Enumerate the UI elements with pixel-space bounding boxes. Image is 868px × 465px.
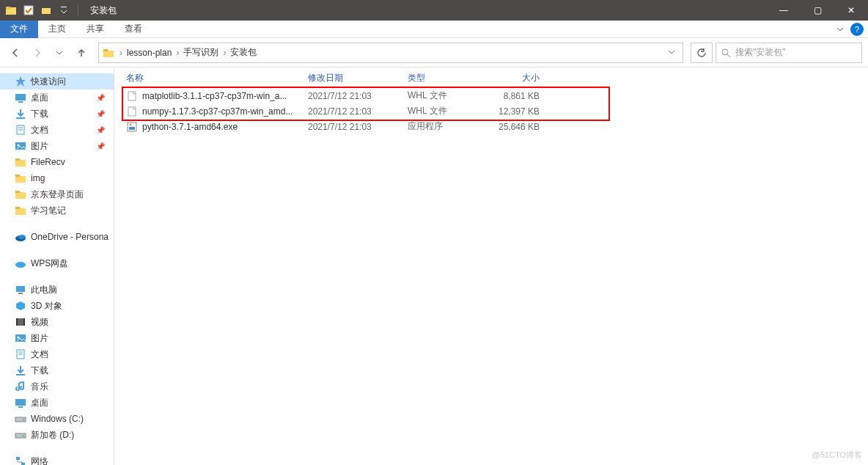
tab-home[interactable]: 主页 bbox=[38, 21, 76, 38]
back-button[interactable] bbox=[6, 43, 25, 62]
sidebar-item-label: WPS网盘 bbox=[31, 257, 68, 270]
file-size: 12,397 KB bbox=[488, 106, 554, 117]
column-headers[interactable]: 名称 修改日期 类型 大小 bbox=[114, 67, 868, 88]
file-list-pane: 名称 修改日期 类型 大小 matplotlib-3.1.1-cp37-cp37… bbox=[114, 67, 868, 465]
sidebar-item[interactable]: 文档📌 bbox=[0, 122, 114, 138]
svg-point-27 bbox=[18, 235, 26, 239]
tab-share[interactable]: 共享 bbox=[76, 21, 114, 38]
sidebar-item[interactable]: 桌面📌 bbox=[0, 89, 114, 106]
checkbox-icon[interactable] bbox=[21, 2, 37, 18]
sidebar-item-label: 图片 bbox=[31, 332, 48, 345]
download-icon bbox=[15, 108, 26, 120]
file-row[interactable]: matplotlib-3.1.1-cp37-cp37m-win_a...2021… bbox=[126, 88, 868, 103]
sidebar-item[interactable]: OneDrive - Persona bbox=[0, 229, 114, 245]
file-date: 2021/7/12 21:03 bbox=[308, 91, 408, 101]
svg-rect-46 bbox=[16, 457, 20, 460]
tab-file[interactable]: 文件 bbox=[0, 21, 38, 38]
3d-icon bbox=[15, 300, 26, 312]
chevron-right-icon[interactable]: › bbox=[174, 48, 180, 58]
sidebar-item[interactable]: 京东登录页面 bbox=[0, 186, 114, 202]
sidebar-item[interactable]: img bbox=[0, 170, 114, 186]
sidebar-item[interactable]: 此电脑 bbox=[0, 282, 114, 298]
sidebar-item[interactable]: 图片📌 bbox=[0, 138, 114, 154]
sidebar-item[interactable]: 新加卷 (D:) bbox=[0, 427, 114, 443]
onedrive-icon bbox=[15, 231, 26, 243]
address-dropdown-icon[interactable] bbox=[663, 48, 680, 58]
breadcrumb[interactable]: lesson-plan bbox=[124, 48, 174, 58]
up-button[interactable] bbox=[72, 43, 91, 62]
folder-icon bbox=[15, 172, 26, 184]
sidebar-item[interactable]: 学习笔记 bbox=[0, 202, 114, 219]
col-date[interactable]: 修改日期 bbox=[308, 72, 408, 84]
file-date: 2021/7/12 21:03 bbox=[308, 106, 408, 117]
recent-dropdown-icon[interactable] bbox=[50, 43, 69, 62]
maximize-button[interactable]: ▢ bbox=[801, 0, 834, 21]
col-type[interactable]: 类型 bbox=[408, 72, 488, 84]
svg-rect-48 bbox=[128, 92, 136, 100]
sidebar-item[interactable]: 下载📌 bbox=[0, 106, 114, 122]
sidebar-item-label: FileRecv bbox=[31, 157, 65, 167]
sidebar-item[interactable]: 音乐 bbox=[0, 378, 114, 395]
sidebar-item-label: 音乐 bbox=[31, 381, 48, 393]
pics-icon bbox=[15, 140, 26, 152]
svg-rect-33 bbox=[23, 318, 25, 326]
minimize-button[interactable]: — bbox=[767, 0, 801, 21]
help-icon[interactable]: ? bbox=[850, 23, 864, 36]
sidebar-item[interactable]: 文档 bbox=[0, 346, 114, 362]
sidebar-item[interactable]: WPS网盘 bbox=[0, 255, 114, 271]
sidebar-item[interactable]: 图片 bbox=[0, 330, 114, 346]
svg-rect-49 bbox=[128, 107, 136, 116]
chevron-right-icon[interactable]: › bbox=[118, 48, 124, 58]
svg-rect-22 bbox=[15, 192, 26, 199]
svg-rect-4 bbox=[61, 7, 67, 7]
chevron-right-icon[interactable]: › bbox=[221, 48, 227, 58]
sidebar-item-label: 下载 bbox=[31, 365, 48, 377]
download-icon bbox=[15, 365, 26, 376]
address-bar[interactable]: › lesson-plan › 手写识别 › 安装包 bbox=[98, 43, 683, 63]
pics-icon bbox=[15, 332, 26, 344]
file-size: 25,646 KB bbox=[488, 122, 554, 132]
svg-point-45 bbox=[23, 435, 24, 436]
file-row[interactable]: python-3.7.1-amd64.exe2021/7/12 21:03应用程… bbox=[126, 119, 868, 134]
sidebar-item[interactable]: 视频 bbox=[0, 314, 114, 330]
file-row[interactable]: numpy-1.17.3-cp37-cp37m-win_amd...2021/7… bbox=[126, 103, 868, 119]
file-type: WHL 文件 bbox=[408, 89, 488, 102]
sidebar-item[interactable]: 快速访问 bbox=[0, 73, 114, 89]
svg-rect-20 bbox=[15, 176, 26, 183]
svg-rect-2 bbox=[24, 6, 33, 15]
close-button[interactable]: ✕ bbox=[834, 0, 868, 21]
network-icon bbox=[15, 455, 26, 465]
watermark: @51CTO博客 bbox=[812, 450, 862, 461]
svg-rect-51 bbox=[129, 127, 135, 130]
col-name[interactable]: 名称 bbox=[126, 72, 308, 84]
svg-rect-29 bbox=[16, 286, 25, 292]
sidebar-item[interactable]: FileRecv bbox=[0, 154, 114, 170]
svg-point-7 bbox=[722, 49, 728, 55]
sidebar-item-label: 快速访问 bbox=[31, 76, 66, 88]
breadcrumb[interactable]: 安装包 bbox=[227, 46, 260, 59]
ribbon-expand-icon[interactable] bbox=[830, 26, 850, 33]
sidebar-item[interactable]: Windows (C:) bbox=[0, 411, 114, 427]
sidebar-item[interactable]: 下载 bbox=[0, 362, 114, 378]
svg-rect-21 bbox=[15, 175, 20, 177]
breadcrumb[interactable]: 手写识别 bbox=[180, 46, 221, 59]
col-size[interactable]: 大小 bbox=[488, 72, 554, 84]
sidebar-item[interactable]: 网络 bbox=[0, 453, 114, 465]
svg-rect-24 bbox=[15, 208, 26, 215]
quick-access-toolbar bbox=[0, 2, 86, 18]
svg-point-17 bbox=[18, 144, 20, 147]
tab-view[interactable]: 查看 bbox=[114, 21, 152, 38]
svg-rect-23 bbox=[15, 191, 20, 193]
sidebar-item[interactable]: 桌面 bbox=[0, 395, 114, 411]
pin-icon: 📌 bbox=[96, 110, 105, 118]
folder-small-icon[interactable] bbox=[38, 2, 54, 18]
qat-dropdown-icon[interactable] bbox=[56, 2, 72, 18]
forward-button[interactable] bbox=[28, 43, 47, 62]
desktop-icon bbox=[15, 397, 26, 409]
file-date: 2021/7/12 21:03 bbox=[308, 122, 408, 132]
sidebar-item[interactable]: 3D 对象 bbox=[0, 298, 114, 314]
search-input[interactable]: 搜索"安装包" bbox=[716, 43, 862, 63]
svg-rect-5 bbox=[103, 51, 114, 57]
refresh-button[interactable] bbox=[691, 43, 713, 63]
sidebar-item-label: 桌面 bbox=[31, 92, 48, 104]
